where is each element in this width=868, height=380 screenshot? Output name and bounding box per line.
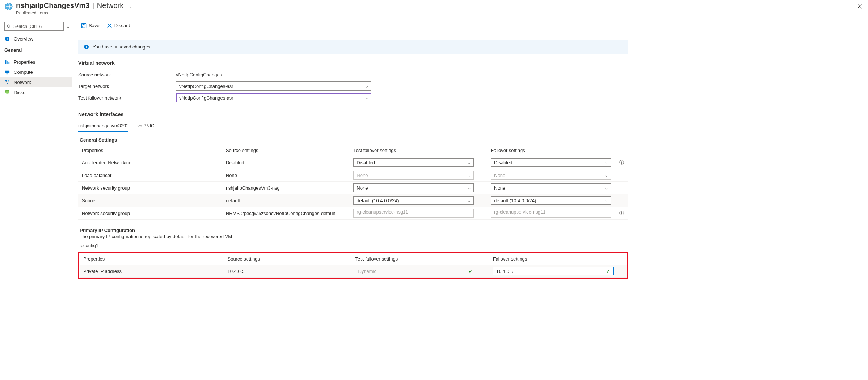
search-placeholder: Search (Ctrl+/): [13, 24, 42, 29]
save-button[interactable]: Save: [78, 21, 102, 30]
sidebar-item-compute[interactable]: Compute: [0, 67, 72, 77]
chevron-down-icon: ⌵: [468, 198, 471, 203]
unsaved-changes-banner: i You have unsaved changes.: [78, 40, 628, 54]
check-icon: ✓: [469, 269, 473, 274]
chevron-down-icon: ⌵: [468, 173, 471, 178]
search-icon: [7, 24, 11, 29]
cell-src: Disabled: [222, 156, 350, 169]
primary-desc: The primary IP configuration is replicat…: [80, 234, 628, 239]
highlighted-row: Properties Source settings Test failover…: [78, 252, 628, 279]
col-source: Source settings: [224, 253, 351, 265]
textbox-snsg-fo: rg-cleanupservice-nsg11: [491, 209, 611, 218]
col-properties: Properties: [80, 253, 224, 265]
sidebar-label: Properties: [14, 59, 35, 65]
sidebar-label: Network: [14, 80, 31, 85]
dropdown-lb-tfo: None⌵: [353, 171, 473, 180]
cell-prop: Network security group: [78, 207, 222, 220]
cell-prop: Network security group: [78, 182, 222, 194]
primary-ip-table: Properties Source settings Test failover…: [80, 253, 627, 278]
chevron-down-icon: ⌵: [605, 198, 608, 203]
sidebar-item-overview[interactable]: i Overview: [0, 34, 72, 44]
tab-nic-0[interactable]: rishjaiipchangesvm3292: [78, 121, 128, 132]
section-title-primary: Primary IP Configuration: [80, 228, 628, 233]
label-target-network: Target network: [78, 84, 176, 89]
sidebar-label: Overview: [14, 36, 33, 42]
col-tfo: Test failover settings: [351, 253, 479, 265]
dropdown-value: vNetIpConfigChanges-asr: [179, 84, 233, 89]
cell-prop: Private IP address: [80, 265, 224, 278]
sidebar-label: Compute: [14, 69, 33, 75]
ipconfig-name: ipconfig1: [80, 243, 628, 248]
col-properties: Properties: [78, 145, 222, 156]
network-icon: [4, 79, 10, 85]
info-icon: i: [84, 44, 89, 50]
toolbar: Save Discard: [72, 18, 868, 33]
sidebar: Search (Ctrl+/) « i Overview General Pro…: [0, 18, 72, 380]
dropdown-subnet-fo[interactable]: default (10.4.0.0/24)⌵: [491, 196, 611, 205]
col-source: Source settings: [222, 145, 350, 156]
cell-src: default: [222, 194, 350, 207]
dropdown-lb-fo: None⌵: [491, 171, 611, 180]
table-row: Accelerated Networking Disabled Disabled…: [78, 156, 628, 169]
save-label: Save: [89, 23, 100, 28]
general-settings-table: Properties Source settings Test failover…: [78, 145, 628, 220]
col-fo: Failover settings: [489, 253, 617, 265]
page-title: rishjaiIpChangesVm3: [16, 1, 89, 9]
check-icon: ✓: [606, 269, 610, 274]
dropdown-subnet-tfo[interactable]: default (10.4.0.0/24)⌵: [353, 196, 473, 205]
svg-rect-6: [7, 61, 8, 64]
sidebar-group-general: General: [0, 44, 72, 55]
tab-nic-1[interactable]: vm3NIC: [137, 121, 154, 132]
chevron-down-icon: ⌵: [366, 96, 368, 100]
info-icon[interactable]: ⓘ: [615, 156, 628, 169]
section-title-general: General Settings: [80, 137, 628, 143]
cell-src: NRMS-2pecgwj5zsoncvNetIpConfigChanges-de…: [222, 207, 350, 220]
cell-src: None: [222, 169, 350, 182]
svg-rect-17: [83, 26, 85, 28]
svg-rect-9: [6, 73, 8, 74]
dropdown-target-network[interactable]: vNetIpConfigChanges-asr ⌵: [176, 81, 371, 91]
table-row: Load balancer None None⌵ None⌵: [78, 169, 628, 182]
table-row: Private IP address 10.4.0.5 Dynamic ✓: [80, 265, 627, 278]
close-icon[interactable]: [856, 1, 864, 12]
label-source-network: Source network: [78, 72, 176, 77]
cell-prop: Load balancer: [78, 169, 222, 182]
dropdown-nsg-tfo[interactable]: None⌵: [353, 183, 473, 192]
svg-text:i: i: [7, 37, 8, 41]
sidebar-item-properties[interactable]: Properties: [0, 57, 72, 67]
svg-text:i: i: [86, 45, 87, 49]
cell-src: rishjaiIpChangesVm3-nsg: [222, 182, 350, 194]
sidebar-item-network[interactable]: Network: [0, 77, 72, 87]
label-tfo-network: Test failover network: [78, 95, 176, 101]
col-fo: Failover settings: [487, 145, 615, 156]
table-row: Subnet default default (10.4.0.0/24)⌵ de…: [78, 194, 628, 207]
resource-icon: [4, 2, 13, 11]
input-private-ip-tfo[interactable]: Dynamic ✓: [355, 267, 476, 275]
table-row: Network security group rishjaiIpChangesV…: [78, 182, 628, 194]
search-input[interactable]: Search (Ctrl+/): [4, 22, 64, 31]
dropdown-nsg-fo[interactable]: None⌵: [491, 183, 611, 192]
svg-rect-8: [5, 71, 9, 73]
sidebar-item-disks[interactable]: Disks: [0, 87, 72, 97]
collapse-sidebar-icon[interactable]: «: [67, 24, 69, 29]
discard-button[interactable]: Discard: [104, 21, 133, 30]
dropdown-accel-tfo[interactable]: Disabled⌵: [353, 158, 473, 167]
disks-icon: [4, 89, 10, 95]
chevron-down-icon: ⌵: [605, 160, 608, 165]
properties-icon: [4, 59, 10, 65]
breadcrumb: Replicated items: [16, 10, 135, 16]
dropdown-tfo-network[interactable]: vNetIpConfigChanges-asr ⌵: [176, 93, 371, 102]
discard-icon: [107, 23, 112, 28]
sidebar-label: Disks: [14, 90, 25, 95]
info-icon[interactable]: ⓘ: [615, 207, 628, 220]
svg-rect-16: [83, 23, 85, 25]
info-icon: i: [4, 36, 10, 42]
section-title-nics: Network interfaces: [78, 111, 628, 117]
banner-text: You have unsaved changes.: [93, 44, 152, 50]
more-menu-icon[interactable]: …: [125, 3, 135, 9]
input-private-ip-fo[interactable]: 10.4.0.5 ✓: [493, 267, 614, 275]
dropdown-value: vNetIpConfigChanges-asr: [179, 95, 233, 101]
textbox-snsg-tfo: rg-cleanupservice-nsg11: [353, 209, 473, 218]
chevron-down-icon: ⌵: [468, 186, 471, 190]
dropdown-accel-fo[interactable]: Disabled⌵: [491, 158, 611, 167]
